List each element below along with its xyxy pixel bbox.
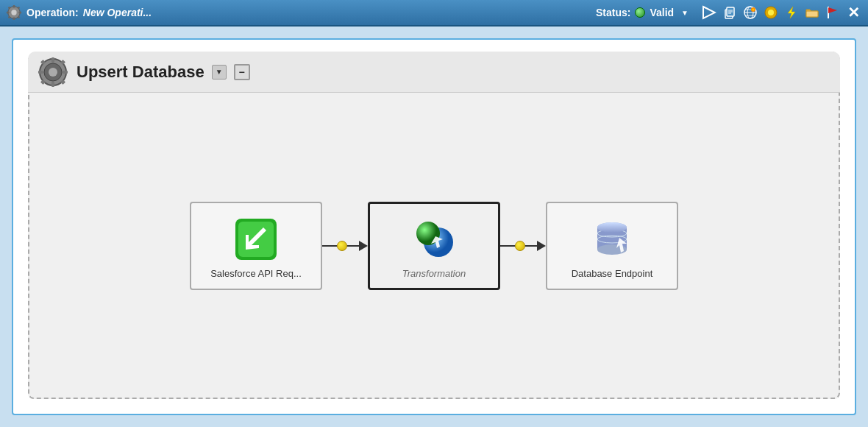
toolbar-icons: ✕ bbox=[700, 4, 862, 21]
svg-rect-33 bbox=[51, 82, 54, 87]
svg-rect-5 bbox=[18, 12, 21, 14]
folder-icon[interactable] bbox=[803, 4, 821, 21]
panel-minimize-button[interactable]: − bbox=[234, 64, 250, 80]
title-bar: Operation: New Operati... Status: Valid … bbox=[0, 0, 868, 27]
pointer-icon[interactable] bbox=[700, 4, 718, 21]
close-button[interactable]: ✕ bbox=[844, 4, 862, 21]
arrow-2 bbox=[537, 241, 546, 251]
transformation-node[interactable]: Transformation bbox=[368, 202, 500, 290]
network-icon[interactable] bbox=[741, 4, 759, 21]
status-value: Valid bbox=[650, 7, 674, 18]
dot-1 bbox=[337, 241, 347, 251]
transformation-label: Transformation bbox=[402, 268, 466, 279]
line-1 bbox=[322, 245, 337, 247]
svg-rect-32 bbox=[51, 57, 54, 63]
operation-panel: Upsert Database ▼ − bbox=[28, 52, 840, 399]
operation-label: Operation: bbox=[26, 7, 79, 18]
operation-name: New Operati... bbox=[83, 7, 152, 18]
panel-body: Salesforce API Req... bbox=[29, 94, 839, 398]
panel-gear-icon bbox=[37, 56, 69, 88]
database-label: Database Endpoint bbox=[572, 268, 653, 279]
title-gear-icon bbox=[6, 4, 22, 21]
salesforce-icon bbox=[230, 214, 282, 265]
svg-point-24 bbox=[768, 10, 774, 15]
svg-point-1 bbox=[11, 10, 16, 15]
svg-marker-25 bbox=[788, 7, 795, 18]
transformation-icon bbox=[408, 214, 460, 265]
svg-rect-2 bbox=[13, 5, 15, 8]
svg-rect-3 bbox=[13, 17, 15, 20]
salesforce-label: Salesforce API Req... bbox=[210, 268, 302, 279]
flow-diagram: Salesforce API Req... bbox=[190, 202, 678, 290]
svg-point-52 bbox=[597, 222, 627, 233]
line-4 bbox=[525, 245, 537, 247]
svg-rect-35 bbox=[63, 71, 68, 74]
dot-icon[interactable] bbox=[762, 4, 780, 21]
svg-rect-4 bbox=[7, 12, 10, 14]
svg-marker-28 bbox=[828, 7, 837, 13]
connector-2 bbox=[500, 241, 546, 251]
panel-dropdown-button[interactable]: ▼ bbox=[212, 65, 227, 80]
arrow-1 bbox=[359, 241, 368, 251]
svg-point-22 bbox=[753, 9, 755, 11]
panel-title: Upsert Database bbox=[77, 63, 204, 82]
salesforce-node[interactable]: Salesforce API Req... bbox=[190, 202, 322, 290]
connector-1 bbox=[322, 241, 368, 251]
status-section: Status: Valid bbox=[596, 7, 674, 18]
line-2 bbox=[347, 245, 359, 247]
operation-canvas: Upsert Database ▼ − bbox=[12, 38, 856, 415]
svg-point-31 bbox=[49, 68, 57, 77]
lightning-icon[interactable] bbox=[783, 4, 800, 21]
svg-rect-26 bbox=[806, 11, 818, 17]
panel-header: Upsert Database ▼ − bbox=[28, 52, 840, 93]
line-3 bbox=[500, 245, 515, 247]
status-indicator bbox=[635, 7, 645, 18]
dot-2 bbox=[515, 241, 525, 251]
flag-icon[interactable] bbox=[824, 4, 842, 21]
svg-marker-10 bbox=[703, 7, 715, 18]
status-dropdown-arrow[interactable]: ▼ bbox=[681, 9, 689, 17]
main-content: Upsert Database ▼ − bbox=[0, 27, 868, 427]
database-node[interactable]: Database Endpoint bbox=[546, 202, 678, 290]
svg-rect-34 bbox=[38, 71, 43, 74]
database-icon bbox=[586, 214, 638, 265]
status-label: Status: bbox=[596, 7, 630, 18]
copy-icon[interactable] bbox=[721, 4, 739, 21]
